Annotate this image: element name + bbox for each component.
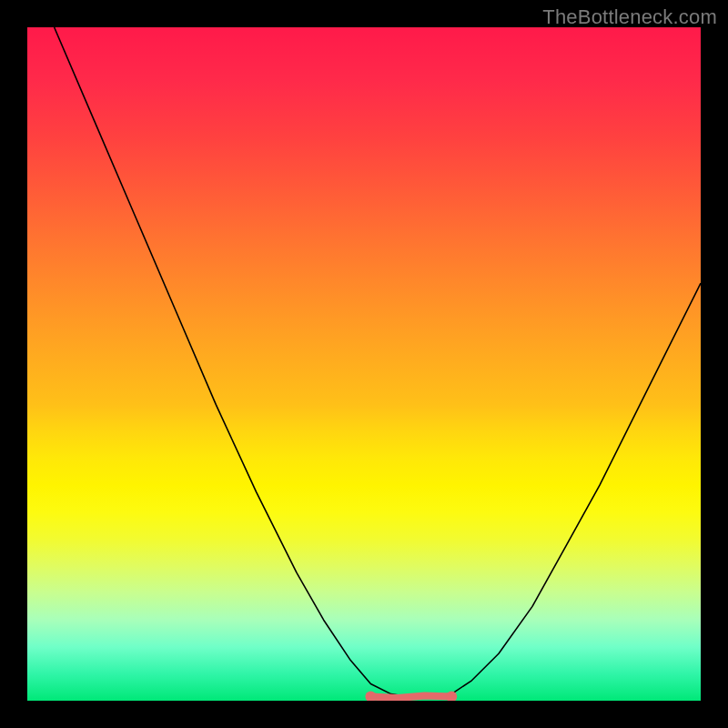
bottleneck-curve [55, 27, 701, 697]
optimal-region-dot-left [365, 692, 376, 701]
plot-area [27, 27, 701, 701]
chart-frame: TheBottleneck.com [0, 0, 728, 728]
optimal-region-highlight [370, 696, 451, 699]
optimal-region-dot-right [446, 692, 457, 701]
chart-svg [27, 27, 701, 701]
watermark-text: TheBottleneck.com [542, 5, 717, 29]
